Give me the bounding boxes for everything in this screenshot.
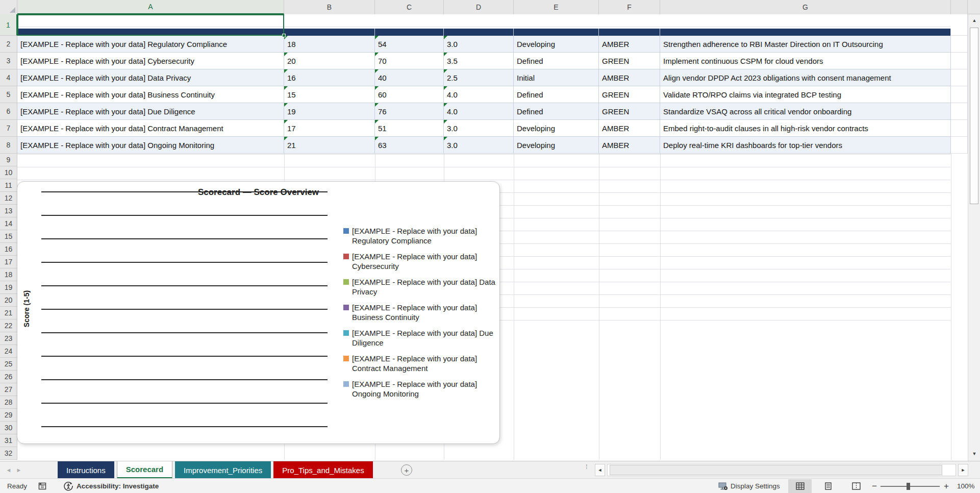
- vertical-scrollbar-thumb[interactable]: [970, 28, 978, 204]
- page-break-preview-button[interactable]: [844, 479, 868, 493]
- table-cell[interactable]: 2.5: [444, 69, 514, 86]
- empty-cell[interactable]: [951, 137, 968, 154]
- sheet-tab-instructions[interactable]: Instructions: [58, 461, 114, 479]
- row-header-3[interactable]: 3: [0, 53, 17, 69]
- table-cell[interactable]: [EXAMPLE - Replace with your data] Regul…: [17, 36, 284, 53]
- table-cell[interactable]: 20: [284, 53, 375, 69]
- row-header-32[interactable]: 32: [0, 447, 17, 460]
- row-header-20[interactable]: 20: [0, 294, 17, 307]
- row-header-16[interactable]: 16: [0, 243, 17, 256]
- table-cell[interactable]: GREEN: [599, 103, 660, 120]
- table-cell[interactable]: 21: [284, 137, 375, 154]
- zoom-in-button[interactable]: +: [944, 479, 949, 493]
- table-cell[interactable]: 60: [375, 86, 444, 103]
- row-header-21[interactable]: 21: [0, 307, 17, 319]
- zoom-level-label[interactable]: 100%: [957, 479, 975, 493]
- table-cell[interactable]: 70: [375, 53, 444, 69]
- table-cell[interactable]: Developing: [514, 137, 599, 154]
- row-header-26[interactable]: 26: [0, 371, 17, 383]
- table-cell[interactable]: Developing: [514, 36, 599, 53]
- table-cell[interactable]: Strengthen adherence to RBI Master Direc…: [660, 36, 951, 53]
- table-cell[interactable]: Embed right-to-audit clauses in all high…: [660, 120, 951, 137]
- macro-record-icon[interactable]: [38, 481, 47, 492]
- table-cell[interactable]: 40: [375, 69, 444, 86]
- tab-scroll-right-button[interactable]: ►: [14, 461, 23, 479]
- row-header-28[interactable]: 28: [0, 396, 17, 409]
- row-header-23[interactable]: 23: [0, 332, 17, 345]
- row-header-15[interactable]: 15: [0, 230, 17, 243]
- table-cell[interactable]: [EXAMPLE - Replace with your data] Contr…: [17, 120, 284, 137]
- row-header-2[interactable]: 2: [0, 36, 17, 53]
- vertical-scrollbar[interactable]: ▲ ▼: [968, 14, 980, 461]
- table-cell[interactable]: 3.5: [444, 53, 514, 69]
- column-header-F[interactable]: F: [599, 0, 660, 14]
- row-header-30[interactable]: 30: [0, 422, 17, 434]
- scroll-left-button[interactable]: ◄: [595, 464, 605, 476]
- table-cell[interactable]: GREEN: [599, 53, 660, 69]
- table-cell[interactable]: 4.0: [444, 86, 514, 103]
- empty-cell[interactable]: [951, 36, 968, 53]
- tab-splitter-handle[interactable]: ⁞: [586, 465, 588, 469]
- row-header-9[interactable]: 9: [0, 154, 17, 166]
- row-header-31[interactable]: 31: [0, 434, 17, 447]
- table-cell[interactable]: Defined: [514, 53, 599, 69]
- table-cell[interactable]: Defined: [514, 86, 599, 103]
- table-cell[interactable]: 3.0: [444, 36, 514, 53]
- row-header-4[interactable]: 4: [0, 69, 17, 86]
- scroll-right-button[interactable]: ►: [958, 464, 968, 476]
- tab-scroll-left-button[interactable]: ◄: [4, 461, 13, 479]
- row-header-22[interactable]: 22: [0, 319, 17, 332]
- table-cell[interactable]: Deploy real-time KRI dashboards for top-…: [660, 137, 951, 154]
- row-header-24[interactable]: 24: [0, 345, 17, 358]
- accessibility-status-label[interactable]: Accessibility: Investigate: [77, 479, 159, 493]
- row-header-12[interactable]: 12: [0, 192, 17, 205]
- row-header-13[interactable]: 13: [0, 205, 17, 217]
- table-cell[interactable]: Implement continuous CSPM for cloud vend…: [660, 53, 951, 69]
- table-cell[interactable]: GREEN: [599, 86, 660, 103]
- table-cell[interactable]: 3.0: [444, 137, 514, 154]
- row-header-6[interactable]: 6: [0, 103, 17, 120]
- horizontal-scrollbar[interactable]: [607, 464, 956, 476]
- table-cell[interactable]: 16: [284, 69, 375, 86]
- column-header-D[interactable]: D: [444, 0, 514, 14]
- table-cell[interactable]: AMBER: [599, 137, 660, 154]
- scroll-down-button[interactable]: ▼: [969, 449, 979, 459]
- table-cell[interactable]: [EXAMPLE - Replace with your data] Busin…: [17, 86, 284, 103]
- row-header-18[interactable]: 18: [0, 268, 17, 281]
- table-cell[interactable]: Standardize VSAQ across all critical ven…: [660, 103, 951, 120]
- column-header-sliver[interactable]: [951, 0, 968, 14]
- normal-view-button[interactable]: [788, 479, 812, 493]
- zoom-slider-track[interactable]: [881, 486, 940, 487]
- column-header-C[interactable]: C: [375, 0, 444, 14]
- empty-cell[interactable]: [951, 86, 968, 103]
- selection-fill-handle[interactable]: [282, 34, 286, 37]
- empty-cell[interactable]: [951, 14, 968, 36]
- zoom-out-button[interactable]: −: [872, 479, 877, 493]
- table-cell[interactable]: [EXAMPLE - Replace with your data] Due D…: [17, 103, 284, 120]
- row-header-8[interactable]: 8: [0, 137, 17, 154]
- table-cell[interactable]: Developing: [514, 120, 599, 137]
- scroll-up-button[interactable]: ▲: [969, 15, 979, 26]
- table-cell[interactable]: 4.0: [444, 103, 514, 120]
- table-cell[interactable]: [EXAMPLE - Replace with your data] Ongoi…: [17, 137, 284, 154]
- table-cell[interactable]: Align vendor DPDP Act 2023 obligations w…: [660, 69, 951, 86]
- select-all-button[interactable]: [0, 0, 17, 14]
- table-cell[interactable]: Validate RTO/RPO claims via integrated B…: [660, 86, 951, 103]
- column-header-B[interactable]: B: [284, 0, 375, 14]
- zoom-slider-handle[interactable]: [907, 483, 910, 490]
- table-cell[interactable]: Defined: [514, 103, 599, 120]
- table-cell[interactable]: 51: [375, 120, 444, 137]
- table-cell[interactable]: AMBER: [599, 36, 660, 53]
- table-cell[interactable]: 54: [375, 36, 444, 53]
- table-cell[interactable]: AMBER: [599, 69, 660, 86]
- row-header-11[interactable]: 11: [0, 179, 17, 192]
- table-cell[interactable]: 19: [284, 103, 375, 120]
- new-sheet-button[interactable]: +: [401, 464, 412, 476]
- row-header-27[interactable]: 27: [0, 383, 17, 396]
- sheet-tab-scorecard[interactable]: Scorecard: [117, 461, 172, 479]
- sheet-tab-improvement_priorities[interactable]: Improvement_Priorities: [175, 461, 271, 479]
- table-cell[interactable]: Initial: [514, 69, 599, 86]
- row-header-7[interactable]: 7: [0, 120, 17, 137]
- page-layout-view-button[interactable]: [816, 479, 840, 493]
- embedded-chart[interactable]: Scorecard — Score Overview Score (1-5) […: [17, 181, 500, 444]
